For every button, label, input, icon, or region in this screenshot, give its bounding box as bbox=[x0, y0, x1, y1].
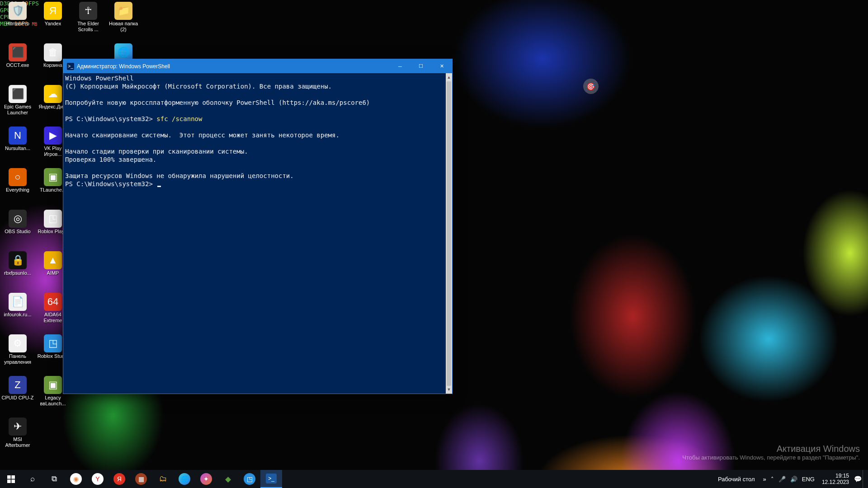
icon-label: Everything bbox=[6, 187, 29, 193]
tray-mic-icon[interactable]: 🎤 bbox=[778, 476, 786, 483]
scroll-down-icon[interactable]: ▼ bbox=[446, 385, 452, 394]
powershell-window: >_ Администратор: Windows PowerShell ─ ☐… bbox=[63, 59, 453, 394]
desktop-icon[interactable]: ⚙Панель управления bbox=[0, 333, 35, 374]
app-icon: ○ bbox=[9, 168, 27, 186]
app-icon: 🛡️ bbox=[9, 2, 27, 20]
start-button[interactable] bbox=[0, 470, 22, 488]
desktop-icon[interactable]: ZCPUID CPU-Z bbox=[0, 374, 35, 416]
app-icon: 🔒 bbox=[9, 251, 27, 269]
app-icon: Я bbox=[44, 2, 62, 20]
show-desktop-button[interactable] bbox=[863, 470, 865, 488]
app-icon: ▣ bbox=[44, 168, 62, 186]
app-icon: ◳ bbox=[44, 210, 62, 228]
app-icon: ▲ bbox=[44, 251, 62, 269]
icon-label: rbxfpsunlo... bbox=[4, 270, 31, 276]
icon-label: infourok.ru... bbox=[4, 312, 31, 318]
powershell-icon: >_ bbox=[67, 63, 74, 70]
desktop-icon[interactable]: ✈MSI Afterburner bbox=[0, 416, 35, 457]
window-titlebar[interactable]: >_ Администратор: Windows PowerShell ─ ☐… bbox=[63, 59, 452, 73]
icon-label: The Elder Scrolls ... bbox=[71, 21, 105, 33]
scroll-thumb[interactable] bbox=[447, 81, 451, 386]
tray-chevron-icon[interactable]: ˄ bbox=[771, 476, 774, 483]
icon-label: Yandex bbox=[45, 21, 61, 27]
app-icon: ▶ bbox=[44, 127, 62, 145]
desktop-icon[interactable]: ◎OBS Studio bbox=[0, 208, 35, 249]
icon-label: CPUID CPU-Z bbox=[2, 395, 34, 401]
taskbar-app-pinned1[interactable]: ▦ bbox=[130, 470, 152, 488]
floating-widget[interactable]: 🎯 bbox=[583, 79, 599, 94]
app-icon: ◳ bbox=[44, 334, 62, 352]
app-icon: ☁ bbox=[44, 85, 62, 103]
desktop-icon[interactable]: ○Everything bbox=[0, 166, 35, 208]
terminal-body[interactable]: Windows PowerShell (C) Корпорация Майкро… bbox=[63, 73, 446, 394]
icon-label: OBS Studio bbox=[5, 229, 30, 235]
taskbar-app-chrome[interactable]: ◉ bbox=[65, 470, 87, 488]
icon-label: Legacy ввLaunch... bbox=[36, 395, 70, 407]
tray-language[interactable]: ENG bbox=[802, 476, 815, 483]
app-icon: Z bbox=[9, 376, 27, 394]
svg-rect-0 bbox=[7, 475, 11, 479]
app-icon: ⬛ bbox=[9, 85, 27, 103]
app-icon: N bbox=[9, 127, 27, 145]
app-icon: ◎ bbox=[9, 210, 27, 228]
task-view-button[interactable]: ⧉ bbox=[43, 470, 65, 488]
taskbar-app-minecraft[interactable]: ◆ bbox=[217, 470, 239, 488]
icon-label: TLaunche... bbox=[40, 187, 66, 193]
desktop-icon[interactable]: ЯYandex bbox=[35, 0, 71, 42]
app-icon: 🗑 bbox=[44, 43, 62, 61]
app-icon: 📁 bbox=[114, 2, 132, 20]
app-icon: ☥ bbox=[79, 2, 97, 20]
taskbar-app-powershell[interactable]: >_ bbox=[260, 470, 282, 488]
icon-label: Nursultan... bbox=[5, 145, 30, 151]
svg-rect-3 bbox=[11, 479, 15, 483]
taskbar: ⌕ ⧉ ◉ Y Я ▦ 🗂 🌐 ✦ ◆ ◳ >_ Рабочий стол » … bbox=[0, 470, 868, 488]
scrollbar[interactable]: ▲ ▼ bbox=[446, 73, 452, 394]
app-icon: 64 bbox=[44, 293, 62, 311]
icon-label: Корзина bbox=[43, 62, 62, 68]
tray-overflow-icon[interactable]: » bbox=[763, 476, 766, 483]
app-icon: ✈ bbox=[9, 418, 27, 436]
icon-label: HitmanPro bbox=[6, 21, 29, 27]
desktop-icon[interactable]: 📄infourok.ru... bbox=[0, 291, 35, 333]
desktop-icon[interactable]: 🛡️HitmanPro bbox=[0, 0, 35, 42]
taskbar-app-edge[interactable]: 🌐 bbox=[174, 470, 195, 488]
taskbar-app-explorer[interactable]: 🗂 bbox=[152, 470, 174, 488]
icon-label: OCCT.exe bbox=[6, 62, 29, 68]
desktop-icon[interactable]: ⬛OCCT.exe bbox=[0, 42, 35, 83]
desktop-icon[interactable]: ⬛Epic Games Launcher bbox=[0, 83, 35, 125]
search-button[interactable]: ⌕ bbox=[22, 470, 43, 488]
scroll-up-icon[interactable]: ▲ bbox=[446, 73, 452, 81]
close-button[interactable]: ✕ bbox=[431, 59, 452, 73]
notifications-button[interactable]: 💬 bbox=[853, 475, 863, 483]
desktop-icon[interactable]: 🔒rbxfpsunlo... bbox=[0, 249, 35, 291]
svg-rect-1 bbox=[11, 475, 15, 479]
icon-label: Новая папка (2) bbox=[107, 21, 140, 33]
activation-watermark: Активация Windows Чтобы активировать Win… bbox=[682, 444, 860, 461]
minimize-button[interactable]: ─ bbox=[390, 59, 410, 73]
taskbar-app-pinned3[interactable]: ◳ bbox=[239, 470, 260, 488]
svg-rect-2 bbox=[7, 479, 11, 483]
app-icon: ⬛ bbox=[9, 43, 27, 61]
taskbar-app-pinned2[interactable]: ✦ bbox=[195, 470, 217, 488]
desktop-icon[interactable]: NNursultan... bbox=[0, 125, 35, 166]
taskbar-desktop-label[interactable]: Рабочий стол bbox=[713, 476, 760, 483]
icon-label: Epic Games Launcher bbox=[1, 104, 34, 116]
icon-label: MSI Afterburner bbox=[1, 436, 34, 448]
app-icon: 📄 bbox=[9, 293, 27, 311]
window-title: Администратор: Windows PowerShell bbox=[77, 63, 170, 70]
icon-label: AIMP bbox=[47, 270, 59, 276]
taskbar-clock[interactable]: 19:15 12.12.2023 bbox=[818, 473, 853, 485]
system-tray[interactable]: » ˄ 🎤 🔊 ENG bbox=[760, 476, 818, 483]
desktop-icon[interactable]: 📁Новая папка (2) bbox=[106, 0, 141, 42]
taskbar-app-yandex2[interactable]: Я bbox=[108, 470, 130, 488]
app-icon: ▣ bbox=[44, 376, 62, 394]
icon-label: Панель управления bbox=[1, 353, 34, 365]
maximize-button[interactable]: ☐ bbox=[410, 59, 431, 73]
app-icon: ⚙ bbox=[9, 334, 27, 352]
tray-volume-icon[interactable]: 🔊 bbox=[790, 476, 797, 483]
taskbar-app-yandex[interactable]: Y bbox=[87, 470, 108, 488]
desktop-icon[interactable]: ☥The Elder Scrolls ... bbox=[71, 0, 106, 42]
